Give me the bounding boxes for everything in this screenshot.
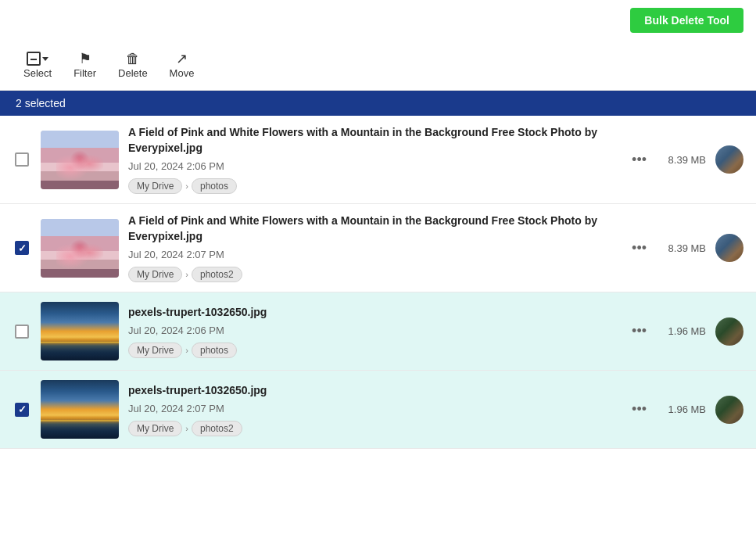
table-row: A Field of Pink and White Flowers with a… — [0, 116, 756, 204]
tag-chevron-2: › — [185, 270, 188, 279]
file-info-1: A Field of Pink and White Flowers with a… — [128, 125, 619, 194]
file-info-3: pexels-trupert-1032650.jpg Jul 20, 2024 … — [128, 305, 619, 359]
delete-label: Delete — [118, 67, 148, 79]
checkbox-wrap-4 — [13, 403, 31, 417]
select-label: Select — [23, 67, 52, 79]
tag-folder-1[interactable]: photos — [192, 178, 237, 194]
file-size-1: 8.39 MB — [659, 154, 706, 166]
thumb-sunset-4 — [41, 380, 119, 439]
file-tags-2: My Drive › photos2 — [128, 267, 619, 282]
select-checkbox-icon — [27, 52, 41, 66]
tag-chevron-1: › — [185, 181, 188, 191]
file-actions-4: ••• 1.96 MB — [629, 396, 743, 424]
file-name-2: A Field of Pink and White Flowers with a… — [128, 213, 619, 244]
tag-mydrive-3[interactable]: My Drive — [128, 343, 182, 358]
more-button-3[interactable]: ••• — [629, 320, 650, 343]
thumbnail-3 — [41, 302, 119, 360]
selected-banner: 2 selected — [0, 91, 756, 116]
thumbnail-4 — [41, 380, 119, 439]
tag-mydrive-4[interactable]: My Drive — [128, 421, 182, 436]
avatar-2 — [715, 234, 743, 262]
tag-mydrive-1[interactable]: My Drive — [128, 178, 182, 194]
toolbar: Select ⚑ Filter 🗑 Delete ↗ Move — [0, 41, 756, 91]
file-date-3: Jul 20, 2024 2:06 PM — [128, 325, 619, 336]
more-button-4[interactable]: ••• — [629, 398, 650, 421]
file-name-4: pexels-trupert-1032650.jpg — [128, 383, 619, 399]
thumb-flowers-1 — [41, 131, 119, 189]
checkbox-3[interactable] — [15, 325, 29, 339]
tag-mydrive-2[interactable]: My Drive — [128, 267, 182, 282]
file-name-1: A Field of Pink and White Flowers with a… — [128, 125, 619, 156]
file-size-3: 1.96 MB — [659, 325, 706, 337]
select-button[interactable]: Select — [16, 48, 59, 82]
filter-label: Filter — [73, 67, 96, 79]
move-icon: ↗ — [176, 52, 188, 66]
file-date-2: Jul 20, 2024 2:07 PM — [128, 249, 619, 260]
delete-icon: 🗑 — [126, 52, 140, 66]
tag-chevron-3: › — [185, 346, 188, 355]
avatar-image-2 — [715, 234, 743, 262]
bulk-delete-button[interactable]: Bulk Delete Tool — [630, 8, 743, 33]
avatar-4 — [715, 396, 743, 424]
delete-button[interactable]: 🗑 Delete — [110, 48, 156, 82]
tag-folder-4[interactable]: photos2 — [192, 421, 242, 436]
table-row: pexels-trupert-1032650.jpg Jul 20, 2024 … — [0, 292, 756, 371]
checkbox-wrap-2 — [13, 241, 31, 255]
tag-folder-2[interactable]: photos2 — [192, 267, 242, 282]
move-label: Move — [170, 67, 195, 79]
file-info-2: A Field of Pink and White Flowers with a… — [128, 213, 619, 282]
checkbox-4[interactable] — [15, 403, 29, 417]
file-name-3: pexels-trupert-1032650.jpg — [128, 305, 619, 321]
checkbox-1[interactable] — [15, 152, 29, 167]
top-bar: Bulk Delete Tool — [0, 0, 756, 41]
file-info-4: pexels-trupert-1032650.jpg Jul 20, 2024 … — [128, 383, 619, 437]
file-list: A Field of Pink and White Flowers with a… — [0, 116, 756, 449]
checkbox-wrap-3 — [13, 325, 31, 339]
selected-count: 2 selected — [16, 97, 66, 109]
select-chevron-icon — [42, 57, 48, 61]
file-actions-1: ••• 8.39 MB — [629, 145, 743, 174]
move-button[interactable]: ↗ Move — [162, 48, 202, 82]
thumb-sunset-3 — [41, 302, 119, 360]
thumb-flowers-2 — [41, 219, 119, 278]
avatar-1 — [715, 145, 743, 174]
thumbnail-1 — [41, 131, 119, 189]
thumbnail-2 — [41, 219, 119, 278]
checkbox-wrap-1 — [13, 152, 31, 167]
table-row: A Field of Pink and White Flowers with a… — [0, 204, 756, 292]
file-tags-3: My Drive › photos — [128, 343, 619, 358]
tag-chevron-4: › — [185, 424, 188, 433]
file-actions-3: ••• 1.96 MB — [629, 317, 743, 346]
avatar-image-1 — [715, 145, 743, 174]
file-size-2: 8.39 MB — [659, 242, 706, 254]
checkbox-2[interactable] — [15, 241, 29, 255]
avatar-image-3 — [715, 317, 743, 346]
filter-icon: ⚑ — [79, 52, 91, 66]
file-date-1: Jul 20, 2024 2:06 PM — [128, 160, 619, 172]
file-tags-1: My Drive › photos — [128, 178, 619, 194]
file-date-4: Jul 20, 2024 2:07 PM — [128, 403, 619, 414]
avatar-3 — [715, 317, 743, 346]
more-button-1[interactable]: ••• — [629, 149, 650, 171]
table-row: pexels-trupert-1032650.jpg Jul 20, 2024 … — [0, 371, 756, 449]
more-button-2[interactable]: ••• — [629, 237, 650, 260]
filter-button[interactable]: ⚑ Filter — [66, 48, 104, 82]
file-tags-4: My Drive › photos2 — [128, 421, 619, 436]
tag-folder-3[interactable]: photos — [192, 343, 237, 358]
file-size-4: 1.96 MB — [659, 404, 706, 415]
avatar-image-4 — [715, 396, 743, 424]
file-actions-2: ••• 8.39 MB — [629, 234, 743, 262]
